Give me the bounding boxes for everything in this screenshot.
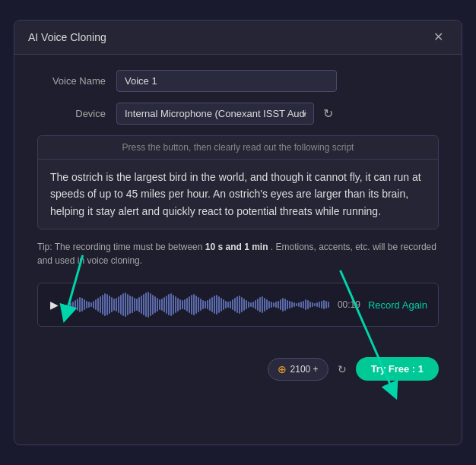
waveform-bar xyxy=(214,296,215,314)
waveform-bar xyxy=(88,302,90,308)
waveform-bar xyxy=(111,297,113,312)
waveform-bar xyxy=(246,300,247,309)
waveform-bar xyxy=(305,299,306,310)
waveform-bar xyxy=(232,299,233,310)
waveform-bar xyxy=(161,299,163,311)
waveform-bar xyxy=(239,296,240,314)
waveform-bar xyxy=(173,295,174,315)
waveform-bar xyxy=(72,302,74,308)
credits-label: 2100 + xyxy=(290,364,319,375)
record-again-button[interactable]: Record Again xyxy=(368,299,427,311)
waveform-bar xyxy=(125,293,126,317)
waveform-bar xyxy=(312,302,313,307)
waveform-bar xyxy=(177,298,179,312)
waveform-bar xyxy=(100,296,101,313)
voice-name-input[interactable] xyxy=(116,70,337,92)
device-row: Device Internal Microphone (Conexant ISS… xyxy=(37,103,439,125)
waveform-bar xyxy=(184,299,186,310)
waveform-bar xyxy=(136,299,138,311)
waveform-bar xyxy=(296,303,297,306)
waveform-bar xyxy=(230,301,231,308)
waveform-bar xyxy=(325,301,327,308)
waveform-bar xyxy=(280,299,281,310)
time-display: 00:19 xyxy=(338,299,360,310)
waveform-bar xyxy=(75,300,76,309)
device-controls: Internal Microphone (Conexant ISST Audio… xyxy=(116,103,336,125)
waveform-bar xyxy=(207,300,208,309)
refresh-device-button[interactable]: ↻ xyxy=(320,103,336,124)
waveform-bar xyxy=(243,299,245,311)
device-select-wrapper: Internal Microphone (Conexant ISST Audio… xyxy=(116,103,314,125)
waveform-bar xyxy=(300,302,302,308)
waveform-bar xyxy=(150,293,151,316)
waveform-bar xyxy=(157,298,158,312)
waveform-bar xyxy=(198,297,199,312)
waveform-bar xyxy=(289,301,290,308)
waveform-bar xyxy=(68,303,69,306)
waveform-bar xyxy=(209,299,211,311)
waveform-bar xyxy=(132,296,133,313)
refresh-credits-button[interactable]: ↻ xyxy=(336,362,348,377)
waveform-bar xyxy=(227,302,229,308)
waveform-bar xyxy=(264,298,265,312)
waveform-bar xyxy=(291,302,293,308)
waveform-bar xyxy=(275,302,277,308)
waveform-bar xyxy=(298,302,300,307)
waveform-bar xyxy=(195,296,197,314)
waveform-bar xyxy=(179,299,181,310)
voice-name-row: Voice Name xyxy=(37,70,439,92)
waveform-bar xyxy=(284,299,286,311)
waveform-bar xyxy=(168,294,170,315)
waveform-bar xyxy=(211,297,213,312)
waveform-bar xyxy=(145,293,147,317)
try-free-button[interactable]: Try Free : 1 xyxy=(356,357,439,381)
waveform-bar xyxy=(106,294,108,315)
waveform-bar xyxy=(218,296,220,313)
waveform-bar xyxy=(170,293,172,316)
waveform-bar xyxy=(307,300,309,309)
waveform-bar xyxy=(93,301,94,308)
play-button[interactable]: ▶ xyxy=(49,297,60,312)
waveform-bar xyxy=(193,294,195,315)
waveform-bar xyxy=(319,302,320,308)
waveform-bar xyxy=(262,296,263,313)
waveform-bar xyxy=(148,292,149,318)
waveform-bar xyxy=(309,302,311,308)
waveform-bar xyxy=(152,295,154,315)
waveform-bar xyxy=(120,295,122,315)
waveform-bar xyxy=(216,295,217,315)
waveform-bar xyxy=(166,296,167,314)
waveform-bar xyxy=(95,299,97,310)
waveform-bar xyxy=(191,295,192,315)
device-select[interactable]: Internal Microphone (Conexant ISST Audio… xyxy=(116,103,314,125)
waveform-bar xyxy=(255,300,256,309)
waveform-bar xyxy=(223,299,224,310)
waveform-bar xyxy=(143,294,144,315)
tip-prefix: Tip: The recording time must be between xyxy=(37,242,205,252)
waveform-bar xyxy=(127,294,129,315)
waveform-bar xyxy=(118,296,119,313)
script-text: The ostrich is the largest bird in the w… xyxy=(38,160,438,229)
waveform-bar xyxy=(225,301,227,308)
ai-voice-cloning-dialog: AI Voice Cloning ✕ Voice Name Device Int… xyxy=(14,20,462,445)
waveform-bar xyxy=(159,299,160,310)
waveform-bar xyxy=(189,296,190,313)
waveform-bar xyxy=(129,296,131,314)
close-button[interactable]: ✕ xyxy=(429,30,448,45)
waveform-bar xyxy=(79,297,81,312)
waveform-bar xyxy=(316,302,318,307)
waveform-bar xyxy=(141,296,142,314)
waveform-bar xyxy=(266,299,268,310)
waveform-bar xyxy=(154,296,156,313)
waveform-bar xyxy=(134,298,135,312)
waveform-container: ▶ 00:19 Record Again xyxy=(37,283,439,327)
waveform-bar xyxy=(200,299,202,311)
waveform-bar xyxy=(268,301,270,308)
dialog-footer: ⊕ 2100 + ↻ Try Free : 1 xyxy=(14,357,462,396)
waveform-bar xyxy=(278,301,279,308)
waveform-display xyxy=(68,291,330,318)
waveform-bar xyxy=(86,301,87,308)
waveform-bar xyxy=(221,298,222,312)
credits-button[interactable]: ⊕ 2100 + xyxy=(268,358,328,381)
waveform-bar xyxy=(321,301,322,308)
